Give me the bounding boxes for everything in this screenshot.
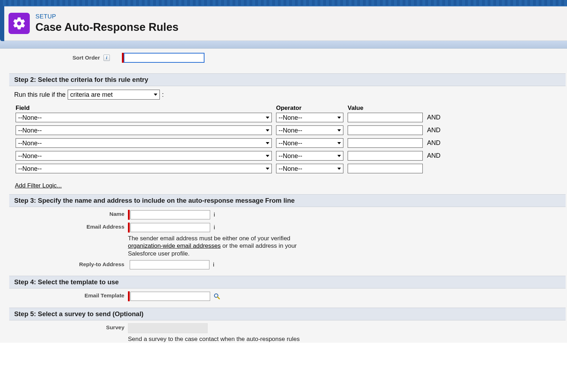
info-icon[interactable]: i (213, 262, 214, 268)
criteria-mode-select[interactable]: criteria are met (68, 90, 160, 100)
field-select[interactable]: --None-- (16, 125, 272, 135)
org-wide-addresses-link[interactable]: organization-wide email addresses (128, 242, 221, 249)
info-icon[interactable]: i (103, 55, 110, 61)
svg-line-1 (218, 297, 219, 299)
criteria-colon: : (162, 91, 164, 99)
operator-select[interactable]: --None-- (276, 151, 343, 161)
survey-hint-text: Send a survey to the case contact when t… (128, 335, 300, 343)
info-icon[interactable]: i (214, 224, 215, 231)
reply-to-label: Reply-to Address (9, 260, 128, 269)
operator-column-header: Operator (276, 105, 343, 112)
reply-to-input[interactable] (130, 260, 209, 269)
step-4-header: Step 4: Select the template to use (9, 276, 566, 289)
email-address-input[interactable] (130, 223, 210, 232)
sort-order-label: Sort Order (9, 55, 102, 61)
email-template-input[interactable] (130, 292, 210, 301)
email-template-label: Email Template (9, 291, 128, 301)
filter-row: --None-- --None-- AND (16, 151, 559, 161)
step-2-header: Step 2: Select the criteria for this rul… (9, 73, 566, 86)
setup-gear-icon (9, 13, 30, 34)
field-select[interactable]: --None-- (16, 113, 272, 122)
add-filter-logic-link[interactable]: Add Filter Logic... (9, 179, 66, 192)
and-label: AND (427, 114, 448, 121)
field-select[interactable]: --None-- (16, 138, 272, 148)
gear-icon (12, 16, 26, 30)
required-indicator (128, 291, 130, 301)
value-input[interactable] (348, 113, 423, 122)
step-5-header: Step 5: Select a survey to send (Optiona… (9, 308, 566, 320)
required-indicator (128, 210, 130, 220)
step-3-header: Step 3: Specify the name and address to … (9, 194, 566, 207)
operator-select[interactable]: --None-- (276, 125, 343, 135)
info-icon[interactable]: i (214, 212, 215, 218)
required-indicator (128, 223, 130, 233)
value-input[interactable] (348, 164, 423, 173)
top-pattern-bar (0, 0, 567, 6)
operator-select[interactable]: --None-- (276, 138, 343, 148)
email-address-label: Email Address (9, 223, 128, 257)
page-title: Case Auto-Response Rules (35, 21, 179, 34)
name-label: Name (9, 210, 128, 220)
sort-order-input[interactable] (124, 53, 204, 63)
value-input[interactable] (348, 125, 423, 135)
value-input[interactable] (348, 151, 423, 161)
email-hint-text: The sender email address must be either … (128, 235, 312, 257)
operator-select[interactable]: --None-- (276, 164, 343, 173)
survey-disabled-field (128, 323, 208, 333)
field-column-header: Field (16, 105, 272, 112)
and-label: AND (427, 127, 448, 134)
filter-row: --None-- --None-- (16, 164, 559, 173)
survey-label: Survey (9, 323, 128, 343)
lookup-icon[interactable] (213, 292, 221, 300)
filter-row: --None-- --None-- AND (16, 113, 559, 122)
and-label: AND (427, 139, 448, 147)
sub-header-strip (0, 41, 567, 49)
value-input[interactable] (348, 138, 423, 148)
field-select[interactable]: --None-- (16, 164, 272, 173)
value-column-header: Value (348, 105, 423, 112)
filter-row: --None-- --None-- AND (16, 138, 559, 148)
page-header: SETUP Case Auto-Response Rules (0, 6, 567, 41)
breadcrumb: SETUP (35, 13, 179, 20)
run-rule-prefix: Run this rule if the (14, 91, 66, 99)
field-select[interactable]: --None-- (16, 151, 272, 161)
filter-row: --None-- --None-- AND (16, 125, 559, 135)
and-label: AND (427, 152, 448, 159)
name-input[interactable] (130, 210, 210, 219)
operator-select[interactable]: --None-- (276, 113, 343, 122)
